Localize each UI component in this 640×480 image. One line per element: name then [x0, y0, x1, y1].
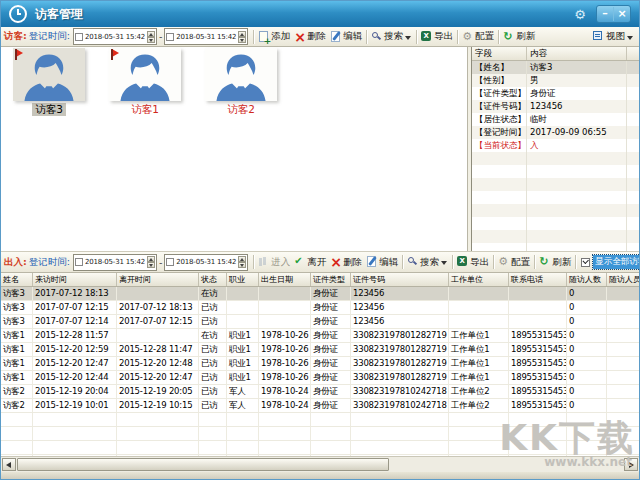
date-range-separator: -	[159, 257, 162, 268]
toolbar-button-refresh[interactable]: 刷新	[538, 256, 572, 269]
column-header[interactable]: 随访人数	[567, 273, 607, 286]
field-value: 身份证	[527, 87, 627, 100]
toolbar-button-export[interactable]: 导出	[456, 256, 490, 269]
toolbar-button-delete[interactable]: 删除	[329, 256, 363, 269]
toolbar-button-delete[interactable]: 删除	[293, 30, 327, 43]
empty-cell	[311, 413, 351, 426]
column-header[interactable]: 联系电话	[509, 273, 567, 286]
column-header[interactable]: 出生日期	[259, 273, 311, 286]
visitor-card[interactable]: 访客1	[109, 48, 181, 116]
visitor-date-checkbox[interactable]	[166, 33, 174, 41]
visitor-card[interactable]: 访客2	[205, 48, 277, 116]
table-row[interactable]: 访客12015-12-28 11:57在访职业11978-10-26身份证330…	[1, 329, 639, 343]
toolbar-separator	[498, 30, 499, 44]
view-button[interactable]: 视图	[592, 30, 635, 43]
access-date-checkbox[interactable]	[166, 258, 174, 266]
field-row[interactable]: 【姓名】访客3	[472, 61, 640, 74]
field-name: 【性别】	[472, 74, 527, 87]
visitor-name-wrap: 访客3	[13, 101, 85, 116]
horizontal-scrollbar[interactable]	[1, 456, 639, 472]
visitor-card[interactable]: 访客3	[13, 48, 85, 116]
field-row[interactable]: 【当前状态】入	[472, 139, 640, 152]
visitor-photo	[109, 48, 181, 101]
visitor-date-from-field[interactable]: 2018-05-31 15:42	[73, 28, 157, 45]
field-row[interactable]: 【登记时间】2017-09-09 06:55	[472, 126, 640, 139]
column-header[interactable]: 职业	[227, 273, 259, 286]
toolbar-button-export[interactable]: 导出	[420, 30, 454, 43]
spinner-down-icon[interactable]	[147, 262, 155, 268]
column-header[interactable]: 证件号码	[351, 273, 449, 286]
table-row[interactable]: 访客12015-12-20 12:592015-12-28 11:47已访职业1…	[1, 343, 639, 357]
column-header[interactable]: 姓名	[1, 273, 33, 286]
spinner-down-icon[interactable]	[238, 262, 246, 268]
delete-icon	[294, 31, 305, 43]
button-label: 导出	[470, 256, 489, 269]
access-date-checkbox[interactable]	[75, 258, 83, 266]
column-header[interactable]: 随访人员	[607, 273, 640, 286]
column-header[interactable]: 证件类型	[311, 273, 351, 286]
visitor-date-checkbox[interactable]	[75, 33, 83, 41]
table-row[interactable]: 访客32017-07-07 12:142017-07-07 12:15已访身份证…	[1, 315, 639, 329]
window-controls	[596, 5, 631, 23]
spinner-down-icon[interactable]	[238, 37, 246, 43]
toolbar-button-refresh[interactable]: 刷新	[502, 30, 536, 43]
settings-gear-icon[interactable]	[574, 8, 586, 21]
spinner-down-icon[interactable]	[147, 37, 155, 43]
records-table-body: 访客32017-07-12 18:13在访身份证1234560访客32017-0…	[1, 287, 639, 469]
table-row[interactable]: 访客22015-12-19 20:042015-12-19 20:05已访军人1…	[1, 385, 639, 399]
table-cell: 访客2	[1, 385, 33, 398]
toolbar-button-edit[interactable]: 编辑	[329, 30, 363, 43]
toolbar-button-config[interactable]: 配置	[497, 256, 531, 269]
empty-cell	[509, 427, 567, 440]
toolbar-separator	[366, 30, 367, 44]
empty-row	[472, 165, 640, 178]
toolbar-button-search[interactable]: 搜索	[370, 30, 413, 43]
visitor-date-to-field[interactable]: 2018-05-31 15:42	[164, 28, 248, 45]
field-row[interactable]: 【证件类型】身份证	[472, 87, 640, 100]
table-cell: 0	[567, 385, 607, 398]
toolbar-button-search[interactable]: 搜索	[406, 256, 449, 269]
empty-cell	[627, 217, 640, 230]
access-date-from-field[interactable]: 2018-05-31 15:42	[73, 254, 157, 271]
column-header[interactable]: 来访时间	[33, 273, 117, 286]
show-all-checkbox-icon[interactable]	[581, 258, 590, 267]
access-date-to-field[interactable]: 2018-05-31 15:42	[164, 254, 248, 271]
column-header[interactable]: 状态	[199, 273, 227, 286]
table-cell: 身份证	[311, 385, 351, 398]
column-header-content[interactable]: 内容	[527, 47, 627, 60]
table-cell: 在访	[199, 329, 227, 342]
table-cell: 工作单位2	[449, 399, 509, 412]
table-cell: 工作单位1	[449, 343, 509, 356]
close-button[interactable]	[614, 7, 630, 21]
field-row[interactable]: 【证件号码】123456	[472, 100, 640, 113]
table-row[interactable]: 访客12015-12-20 12:442015-12-20 12:47已访职业1…	[1, 371, 639, 385]
column-header-field[interactable]: 字段	[472, 47, 527, 60]
table-row[interactable]: 访客32017-07-07 12:152017-07-12 18:13已访身份证…	[1, 301, 639, 315]
toolbar-button-leave[interactable]: 离开	[293, 256, 327, 269]
register-time-label: 登记时间:	[29, 256, 70, 269]
toolbar-button-add[interactable]: 添加	[257, 30, 291, 43]
empty-row	[1, 441, 639, 455]
column-header[interactable]: 工作单位	[449, 273, 509, 286]
scroll-left-button[interactable]	[2, 458, 16, 471]
table-cell	[227, 301, 259, 314]
column-header-extra	[627, 47, 640, 60]
table-row[interactable]: 访客12015-12-20 12:472015-12-20 12:48已访职业1…	[1, 357, 639, 371]
table-row[interactable]: 访客32017-07-12 18:13在访身份证1234560	[1, 287, 639, 301]
table-cell: 访客1	[1, 329, 33, 342]
button-label: 进入	[271, 256, 290, 269]
field-row[interactable]: 【居住状态】临时	[472, 113, 640, 126]
scroll-right-button[interactable]	[624, 458, 638, 471]
field-row[interactable]: 【性别】男	[472, 74, 640, 87]
minimize-button[interactable]	[597, 7, 614, 21]
empty-cell	[1, 441, 33, 454]
toolbar-button-edit[interactable]: 编辑	[365, 256, 399, 269]
empty-cell	[627, 165, 640, 178]
table-row[interactable]: 访客22015-12-19 10:012015-12-19 10:15已访军人1…	[1, 399, 639, 413]
toolbar-button-config[interactable]: 配置	[461, 30, 495, 43]
empty-cell	[199, 441, 227, 454]
show-all-records-toggle[interactable]: 显示全部访客出入记录	[581, 255, 639, 269]
column-header[interactable]: 离开时间	[117, 273, 199, 286]
scrollbar-thumb[interactable]	[17, 458, 389, 471]
table-cell: 2015-12-19 10:15	[117, 399, 199, 412]
